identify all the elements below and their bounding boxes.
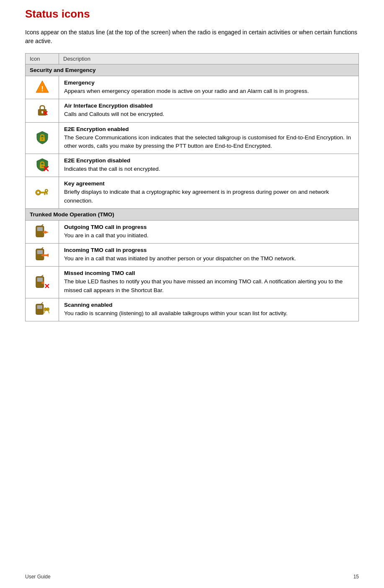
emergency-description: Emergency Appears when emergency operati… bbox=[59, 76, 359, 99]
e2e-encryption-disabled-description: E2E Encryption disabled Indicates that t… bbox=[59, 154, 359, 177]
svg-line-39 bbox=[41, 303, 43, 304]
key-agreement-icon bbox=[35, 185, 50, 200]
svg-rect-16 bbox=[44, 193, 45, 195]
table-row: Air Interface Encryption disabled Calls … bbox=[26, 99, 359, 122]
scanning-enabled-icon bbox=[35, 302, 50, 317]
incoming-tmo-description: Incoming TMO call in progress You are in… bbox=[59, 244, 359, 267]
table-row: Incoming TMO call in progress You are in… bbox=[26, 244, 359, 267]
missed-tmo-description: Missed incoming TMO call The blue LED fl… bbox=[59, 267, 359, 298]
svg-rect-29 bbox=[44, 254, 47, 256]
table-row: E2E Encryption disabled Indicates that t… bbox=[26, 154, 359, 177]
e2e-encryption-enabled-icon bbox=[35, 130, 50, 145]
page-title: Status icons bbox=[25, 8, 359, 21]
svg-line-27 bbox=[41, 247, 43, 249]
svg-line-22 bbox=[41, 224, 43, 226]
key-agreement-description: Key agreement Briefly displays to indica… bbox=[59, 177, 359, 209]
svg-rect-4 bbox=[41, 112, 43, 114]
scanning-enabled-description: Scanning enabled You radio is scanning (… bbox=[59, 298, 359, 321]
svg-point-14 bbox=[37, 191, 39, 193]
svg-rect-26 bbox=[37, 250, 42, 254]
e2e-encryption-enabled-icon-cell bbox=[26, 122, 59, 154]
table-row: Outgoing TMO call in progress You are in… bbox=[26, 220, 359, 243]
outgoing-tmo-call-icon bbox=[35, 224, 50, 239]
table-header-description: Description bbox=[59, 54, 359, 64]
key-agreement-icon-cell bbox=[26, 177, 59, 209]
air-interface-encryption-description: Air Interface Encryption disabled Calls … bbox=[59, 99, 359, 122]
table-row: E2E Encryption enabled The Secure Commun… bbox=[26, 122, 359, 154]
svg-point-19 bbox=[46, 190, 47, 191]
svg-rect-17 bbox=[46, 193, 47, 194]
table-row: ! Emergency Appears when emergency opera… bbox=[26, 76, 359, 99]
table-row: Missed incoming TMO call The blue LED fl… bbox=[26, 267, 359, 298]
svg-rect-24 bbox=[43, 231, 46, 233]
svg-point-10 bbox=[41, 166, 43, 167]
svg-text:!: ! bbox=[41, 85, 44, 93]
footer-right-page-number: 15 bbox=[353, 574, 359, 580]
air-interface-encryption-icon-cell bbox=[26, 99, 59, 122]
intro-paragraph: Icons appear on the status line (at the … bbox=[25, 28, 359, 46]
emergency-icon-cell: ! bbox=[26, 76, 59, 99]
table-row: Key agreement Briefly displays to indica… bbox=[26, 177, 359, 209]
svg-rect-38 bbox=[37, 305, 42, 309]
table-header-icon: Icon bbox=[26, 54, 59, 64]
footer-left-label: User Guide bbox=[25, 574, 51, 580]
missed-tmo-call-icon bbox=[35, 275, 50, 290]
svg-line-44 bbox=[44, 311, 45, 313]
page-footer: User Guide 15 bbox=[25, 574, 359, 580]
svg-rect-21 bbox=[37, 227, 42, 231]
outgoing-tmo-description: Outgoing TMO call in progress You are in… bbox=[59, 220, 359, 243]
svg-rect-32 bbox=[37, 277, 42, 281]
e2e-encryption-enabled-description: E2E Encryption enabled The Secure Commun… bbox=[59, 122, 359, 154]
e2e-encryption-disabled-icon bbox=[35, 157, 50, 172]
missed-tmo-icon-cell bbox=[26, 267, 59, 298]
svg-point-8 bbox=[41, 138, 43, 139]
e2e-encryption-disabled-icon-cell bbox=[26, 154, 59, 177]
incoming-tmo-icon-cell bbox=[26, 244, 59, 267]
svg-line-33 bbox=[41, 275, 43, 277]
svg-line-45 bbox=[48, 311, 49, 313]
emergency-icon: ! bbox=[35, 80, 49, 94]
incoming-tmo-call-icon bbox=[35, 247, 50, 262]
section-header-security: Security and Emergency bbox=[26, 64, 359, 76]
scanning-enabled-icon-cell bbox=[26, 298, 59, 321]
outgoing-tmo-icon-cell bbox=[26, 220, 59, 243]
air-interface-encryption-disabled-icon bbox=[35, 103, 50, 118]
section-header-tmo: Trunked Mode Operation (TMO) bbox=[26, 208, 359, 220]
table-row: Scanning enabled You radio is scanning (… bbox=[26, 298, 359, 321]
status-icons-table: Icon Description Security and Emergency … bbox=[25, 53, 359, 321]
